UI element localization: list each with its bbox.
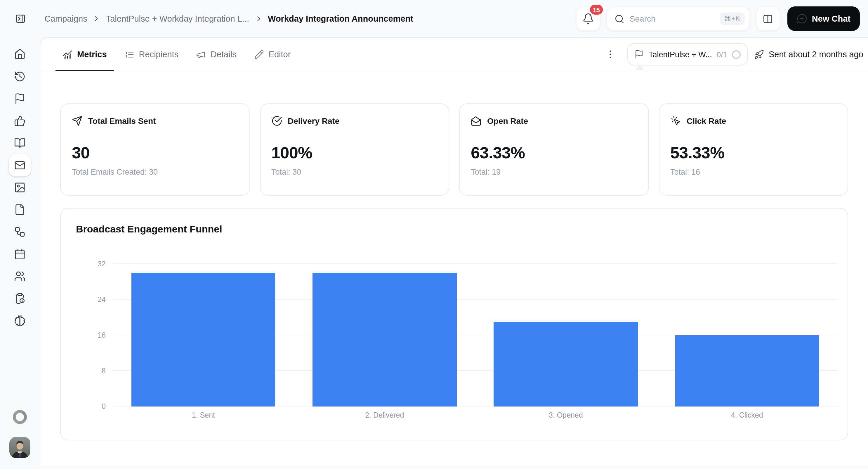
campaign-chip-progress: 0/1 xyxy=(717,50,727,59)
sidebar-item-flags[interactable] xyxy=(9,88,31,110)
kebab-menu-icon xyxy=(606,49,616,60)
campaign-tabbar: Metrics Recipients Details xyxy=(40,38,868,71)
app-root: Campaigns TalentPulse + Workday Integrat… xyxy=(0,0,868,469)
usage-progress-ring[interactable] xyxy=(13,410,27,424)
book-open-icon xyxy=(14,137,26,149)
sidebar-expand-button[interactable] xyxy=(10,9,30,29)
megaphone-icon xyxy=(196,49,206,59)
funnel-bar[interactable] xyxy=(675,335,819,407)
sidebar-item-ai-brain[interactable] xyxy=(9,310,31,332)
sidebar-item-approvals[interactable] xyxy=(9,110,31,132)
bar-column xyxy=(113,264,294,407)
campaign-menu-button[interactable] xyxy=(600,44,621,65)
chart-title: Broadcast Engagement Funnel xyxy=(76,224,838,236)
notification-count-badge: 15 xyxy=(589,3,604,16)
search-icon xyxy=(615,14,624,24)
sent-status: Sent about 2 months ago xyxy=(754,49,863,59)
flag-icon xyxy=(634,50,644,59)
notifications-button[interactable]: 15 xyxy=(576,6,600,31)
chat-plus-icon xyxy=(797,13,807,24)
chevron-right-icon xyxy=(254,14,262,23)
tabs: Metrics Recipients Details xyxy=(56,38,298,71)
pen-icon xyxy=(254,49,264,59)
card-title: Click Rate xyxy=(687,116,726,126)
breadcrumb: Campaigns TalentPulse + Workday Integrat… xyxy=(44,14,413,23)
cursor-click-icon xyxy=(670,116,681,126)
y-tick-label: 16 xyxy=(82,331,106,340)
tabbar-right-cluster: TalentPulse + W... 0/1 Sent about 2 mont… xyxy=(600,38,863,71)
panel-columns-icon xyxy=(763,13,774,24)
main-panel: Metrics Recipients Details xyxy=(40,37,868,466)
tab-details-label: Details xyxy=(211,50,237,59)
panel-expand-icon xyxy=(14,13,26,25)
card-head: Delivery Rate xyxy=(271,116,437,126)
bar-column xyxy=(294,264,475,407)
sidebar-item-contacts[interactable] xyxy=(9,265,31,287)
funnel-bar[interactable] xyxy=(494,322,638,407)
rocket-icon xyxy=(754,49,764,59)
card-open-rate: Open Rate 63.33% Total: 19 xyxy=(459,103,649,196)
card-title: Total Emails Sent xyxy=(88,116,156,126)
chip-pointer-tail xyxy=(635,65,645,70)
top-header: Campaigns TalentPulse + Workday Integrat… xyxy=(0,0,868,37)
tab-metrics[interactable]: Metrics xyxy=(56,38,114,71)
y-tick-label: 32 xyxy=(82,259,106,269)
tab-editor[interactable]: Editor xyxy=(247,38,298,71)
sidebar-item-home[interactable] xyxy=(9,43,31,65)
flag-icon xyxy=(14,93,26,104)
card-value: 63.33% xyxy=(471,144,637,162)
brain-icon xyxy=(14,315,26,326)
card-value: 53.33% xyxy=(670,144,836,162)
search-shortcut-kbd: ⌘+K xyxy=(720,12,745,25)
workflow-icon xyxy=(14,226,26,238)
kpi-cards-row: Total Emails Sent 30 Total Emails Create… xyxy=(60,103,848,196)
card-head: Open Rate xyxy=(471,116,637,126)
sidebar-item-scheduled-tasks[interactable] xyxy=(9,287,31,310)
sidebar-item-documents[interactable] xyxy=(9,198,31,221)
progress-circle-icon xyxy=(732,50,741,59)
card-title: Open Rate xyxy=(487,116,528,126)
icon-sidebar xyxy=(0,37,40,469)
tab-recipients[interactable]: Recipients xyxy=(117,38,185,71)
right-panel-toggle-button[interactable] xyxy=(756,6,780,31)
tab-editor-label: Editor xyxy=(269,50,291,59)
sidebar-item-media[interactable] xyxy=(9,177,31,198)
circle-check-icon xyxy=(271,116,282,126)
sidebar-item-calendar[interactable] xyxy=(9,243,31,265)
funnel-bar[interactable] xyxy=(131,273,275,407)
card-head: Total Emails Sent xyxy=(72,116,238,126)
user-avatar[interactable] xyxy=(9,437,30,458)
card-subtitle: Total Emails Created: 30 xyxy=(72,168,238,177)
chevron-right-icon xyxy=(93,14,101,23)
card-click-rate: Click Rate 53.33% Total: 16 xyxy=(659,103,848,196)
engagement-funnel-card: Broadcast Engagement Funnel 08162432 1. … xyxy=(60,208,848,440)
card-total-emails-sent: Total Emails Sent 30 Total Emails Create… xyxy=(60,103,250,196)
mail-open-icon xyxy=(471,116,481,126)
mail-icon xyxy=(14,159,26,171)
search-input[interactable] xyxy=(630,14,714,23)
sidebar-item-workflows[interactable] xyxy=(9,221,31,243)
breadcrumb-campaigns[interactable]: Campaigns xyxy=(44,14,87,23)
funnel-x-labels: 1. Sent2. Delivered3. Opened4. Clicked xyxy=(113,411,838,419)
x-category-label: 4. Clicked xyxy=(656,411,838,419)
send-icon xyxy=(72,116,82,126)
history-icon xyxy=(14,71,26,82)
tab-details[interactable]: Details xyxy=(189,38,244,71)
campaign-goal-chip[interactable]: TalentPulse + W... 0/1 xyxy=(628,43,748,65)
breadcrumb-campaign-name[interactable]: TalentPulse + Workday Integration L... xyxy=(106,14,249,23)
sidebar-item-email-campaigns[interactable] xyxy=(9,154,31,177)
breadcrumb-current-page: Workday Integration Announcement xyxy=(268,14,413,23)
card-subtitle: Total: 19 xyxy=(471,168,637,177)
search-bar[interactable]: ⌘+K xyxy=(606,6,750,31)
x-category-label: 3. Opened xyxy=(475,411,656,419)
sidebar-item-library[interactable] xyxy=(9,132,31,154)
card-subtitle: Total: 30 xyxy=(271,168,437,177)
new-chat-button[interactable]: New Chat xyxy=(787,6,860,31)
funnel-bar[interactable] xyxy=(312,273,457,407)
sidebar-item-history[interactable] xyxy=(9,65,31,88)
ordered-list-icon xyxy=(124,49,134,59)
sidebar-nav xyxy=(9,43,31,332)
calendar-icon xyxy=(14,248,26,260)
sent-status-label: Sent about 2 months ago xyxy=(769,50,863,59)
funnel-bars xyxy=(113,264,838,407)
